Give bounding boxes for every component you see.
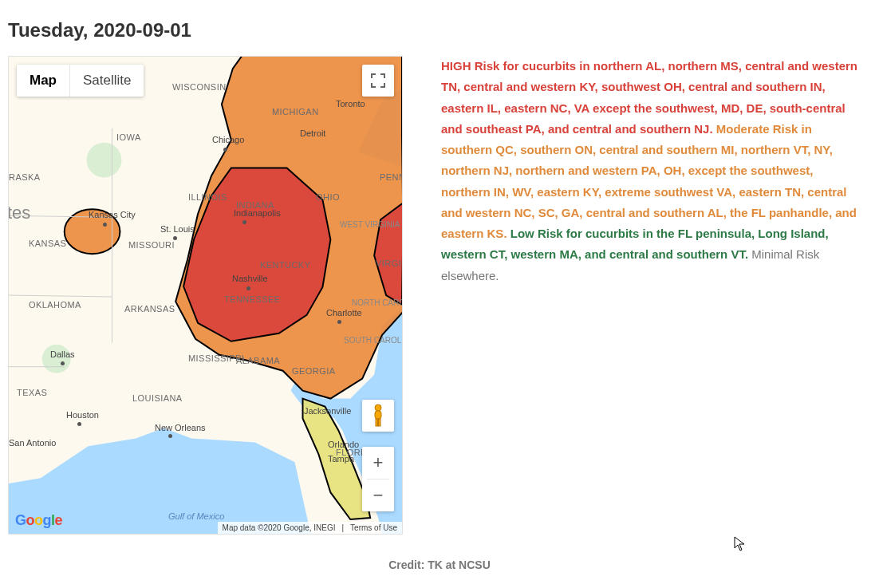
city-label: Detroit: [300, 128, 325, 138]
state-label: LOUISIANA: [132, 393, 183, 403]
svg-point-0: [87, 143, 122, 178]
state-label: OHIO: [316, 192, 340, 202]
map-type-control: Map Satellite: [17, 65, 144, 97]
state-label: KANSAS: [29, 239, 66, 248]
pegman-control[interactable]: [362, 400, 394, 432]
risk-summary: HIGH Risk for cucurbits in northern AL, …: [441, 56, 864, 286]
water-label: Gulf of Mexico: [168, 511, 224, 521]
country-label: tes: [8, 203, 30, 223]
google-logo: Google: [15, 512, 62, 529]
city-label: Nashville: [232, 274, 268, 283]
zoom-control: + −: [362, 447, 394, 511]
city-label: Houston: [66, 410, 99, 420]
fullscreen-icon: [371, 73, 385, 88]
state-label: MISSOURI: [128, 240, 175, 250]
state-label: KENTUCKY: [260, 260, 310, 270]
city-label: Chicago: [212, 135, 244, 144]
city-label: Dallas: [50, 349, 75, 359]
map-attribution: Map data ©2020 Google, INEGI | Terms of …: [218, 522, 402, 534]
risk-map[interactable]: tes WISCONSIN MICHIGAN IOWA ILLINOIS IND…: [8, 56, 403, 535]
city-label: Tampa: [328, 454, 354, 464]
state-label: OKLAHOMA: [29, 300, 81, 310]
state-label: PENNS: [380, 172, 403, 182]
map-canvas[interactable]: tes WISCONSIN MICHIGAN IOWA ILLINOIS IND…: [9, 57, 402, 534]
city-label: Charlotte: [326, 308, 362, 318]
svg-rect-10: [379, 419, 381, 426]
svg-point-7: [375, 404, 381, 411]
state-label: ILLINOIS: [188, 192, 227, 202]
map-type-map-button[interactable]: Map: [17, 65, 69, 97]
state-label: NORTH CAROLINA: [352, 298, 403, 307]
state-label: ALABAMA: [236, 356, 280, 365]
state-label: RASKA: [9, 172, 41, 182]
moderate-risk-text: Moderate Risk in southern QC, southern O…: [441, 122, 857, 240]
state-label: IOWA: [116, 132, 141, 142]
credit-line: Credit: TK at NCSU: [8, 558, 871, 571]
state-label: MICHIGAN: [272, 107, 319, 116]
city-label: Orlando: [328, 440, 359, 449]
map-data-text: Map data ©2020 Google, INEGI: [223, 523, 336, 532]
state-label: WEST VIRGINIA: [340, 220, 400, 229]
city-label: St. Louis: [160, 224, 195, 234]
city-label: San Antonio: [9, 438, 56, 448]
city-label: Jacksonville: [304, 406, 351, 416]
terms-link[interactable]: Terms of Use: [350, 523, 397, 532]
state-label: TEXAS: [17, 388, 47, 397]
state-label: SOUTH CAROLINA: [344, 336, 403, 345]
city-label: Indianapolis: [234, 208, 281, 218]
city-label: Toronto: [336, 99, 365, 109]
state-label: TENNESSEE: [224, 294, 281, 304]
mouse-cursor-icon: [734, 536, 747, 556]
fullscreen-button[interactable]: [362, 65, 394, 97]
city-label: New Orleans: [155, 423, 206, 432]
page-title: Tuesday, 2020-09-01: [8, 19, 871, 41]
zoom-in-button[interactable]: +: [362, 447, 394, 479]
city-label: Kansas City: [89, 210, 136, 219]
svg-rect-8: [375, 411, 381, 419]
pegman-icon: [369, 404, 388, 428]
zoom-out-button[interactable]: −: [362, 479, 394, 511]
svg-rect-9: [376, 419, 378, 426]
state-label: WISCONSIN: [172, 82, 227, 92]
state-label: ARKANSAS: [124, 304, 175, 314]
map-type-satellite-button[interactable]: Satellite: [70, 65, 144, 97]
state-label: GEORGIA: [292, 366, 335, 376]
state-label: VIRGINI: [376, 258, 403, 268]
